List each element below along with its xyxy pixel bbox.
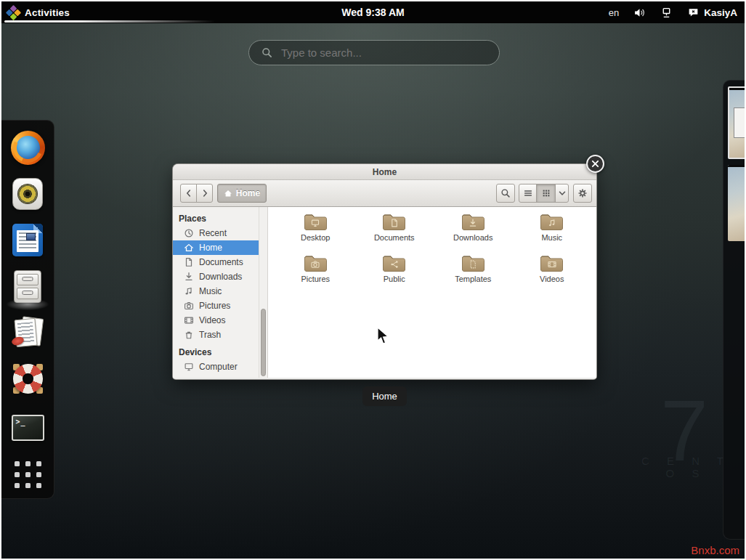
sidebar-row[interactable]: Videos [173,313,259,328]
folder-label: Music [541,233,562,242]
view-switcher [519,184,569,203]
grid-view-button[interactable] [536,184,556,203]
sidebar-row-label: Music [199,286,222,296]
camera-icon [311,259,320,269]
sidebar-scrollbar[interactable] [259,207,268,378]
film-icon [547,259,556,269]
dock-item-documents[interactable] [9,315,46,351]
show-applications-button[interactable] [9,456,46,492]
keyboard-layout-indicator[interactable]: en [609,7,619,18]
path-button-label: Home [236,188,260,198]
film-icon [184,315,194,325]
terminal-icon: >_ [12,415,44,441]
wallpaper-brand: C E N T O S [633,455,739,479]
workspace-thumbnail-2[interactable] [728,165,746,241]
sidebar-row[interactable]: Trash [173,328,259,342]
window-close-button[interactable] [586,155,604,173]
sidebar-row[interactable]: Recent [173,226,259,240]
files-window[interactable]: Home Home [173,164,596,379]
template-icon [469,259,478,269]
sidebar-row-label: Downloads [199,272,242,282]
sidebar-section-header: Devices [173,344,259,360]
folder-label: Downloads [453,233,492,242]
dock-item-libreoffice-writer[interactable] [9,222,46,258]
folder-icon [540,212,564,231]
gear-menu-button[interactable] [573,184,592,203]
folder-item[interactable]: Documents [355,209,434,251]
workspace-thumbnail-1[interactable] [728,86,746,159]
folder-label: Public [384,275,405,283]
folder-label: Documents [374,233,415,242]
music-icon [547,218,556,227]
sidebar-row[interactable]: Music [173,284,259,299]
dock-item-terminal[interactable]: >_ [9,410,46,446]
folder-item[interactable]: Templates [434,251,513,292]
overview-search[interactable] [248,40,500,65]
folder-icon [382,253,406,272]
user-chat-icon [687,7,700,19]
forward-button[interactable] [196,184,213,203]
sidebar-row[interactable]: Computer [173,360,259,374]
volume-icon[interactable] [633,7,646,19]
activities-active-indicator [4,20,222,23]
list-view-button[interactable] [519,184,537,203]
folder-item[interactable]: Downloads [434,209,513,251]
sidebar-row[interactable]: Documents [173,255,259,269]
folder-item[interactable]: Desktop [276,209,355,251]
folder-grid: Desktop Documents [276,209,591,292]
dock-item-files[interactable] [9,268,46,304]
folder-item[interactable]: Music [513,209,592,251]
gear-icon [577,188,588,198]
files-icon [14,270,41,303]
show-applications-grid-icon [15,461,41,488]
window-titlebar[interactable]: Home [173,164,596,180]
folder-view[interactable]: Desktop Documents [268,207,596,378]
folder-label: Templates [455,275,491,283]
back-button[interactable] [180,184,197,203]
folder-item[interactable]: Public [355,251,434,292]
user-menu[interactable]: KasiyA [687,7,737,19]
sidebar-row[interactable]: Home [173,240,259,255]
sidebar-row-label: Computer [199,362,238,372]
folder-icon [461,253,485,272]
share-icon [389,259,399,269]
close-icon [591,160,599,168]
folder-icon [304,212,328,231]
sidebar-row-label: Videos [199,315,225,325]
libreoffice-writer-icon [12,224,43,256]
home-icon [224,189,232,198]
clock-icon [184,228,194,238]
workspace-mini-window [734,107,746,138]
view-options-dropdown[interactable] [555,184,569,203]
sidebar-row-label: Trash [199,330,221,340]
sidebar-row-label: Home [199,243,222,253]
chevron-down-icon [557,188,567,198]
sidebar-row[interactable]: Pictures [173,299,259,313]
search-button[interactable] [496,184,515,203]
dock-item-rhythmbox[interactable] [9,176,46,212]
sidebar-row[interactable]: Downloads [173,269,259,284]
dock-item-help[interactable] [9,360,46,397]
folder-icon [540,253,564,272]
rhythmbox-icon [12,178,43,210]
dock-item-firefox[interactable] [9,129,46,166]
window-caption: Home [362,386,407,406]
folder-item[interactable]: Videos [513,251,592,292]
desktop-icon [311,218,320,227]
path-button-home[interactable]: Home [217,184,267,203]
sidebar-row-label: Pictures [199,301,230,311]
scrollbar-thumb[interactable] [261,309,266,376]
chevron-left-icon [184,188,194,198]
window-title: Home [373,167,397,177]
network-icon[interactable] [660,7,673,19]
document-icon [184,257,194,267]
sidebar-row-label: Devices [179,347,211,357]
folder-item[interactable]: Pictures [276,251,355,292]
folder-icon [304,253,328,272]
search-input[interactable] [280,46,483,60]
username-label: KasiyA [704,7,737,18]
status-area: en KasiyA [609,1,737,23]
folder-icon [382,212,406,231]
sidebar-row-label: Documents [199,257,243,267]
sidebar-section-header: Places [173,211,259,226]
